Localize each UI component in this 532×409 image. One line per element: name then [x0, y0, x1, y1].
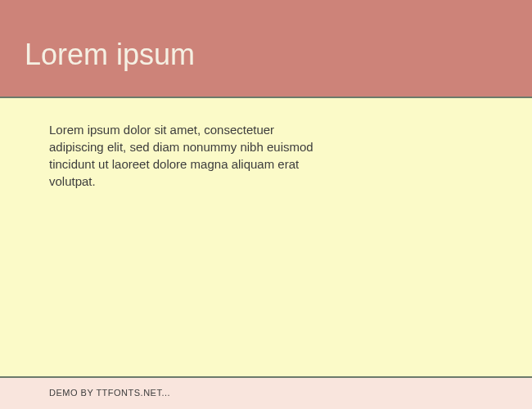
content-section: Lorem ipsum dolor sit amet, consectetuer… — [0, 98, 532, 376]
header-section: Lorem ipsum — [0, 0, 532, 97]
body-paragraph: Lorem ipsum dolor sit amet, consectetuer… — [49, 121, 327, 190]
page-title: Lorem ipsum — [25, 38, 195, 80]
footer-section: DEMO BY TTFONTS.NET... — [0, 378, 532, 409]
footer-text: DEMO BY TTFONTS.NET... — [49, 388, 483, 398]
